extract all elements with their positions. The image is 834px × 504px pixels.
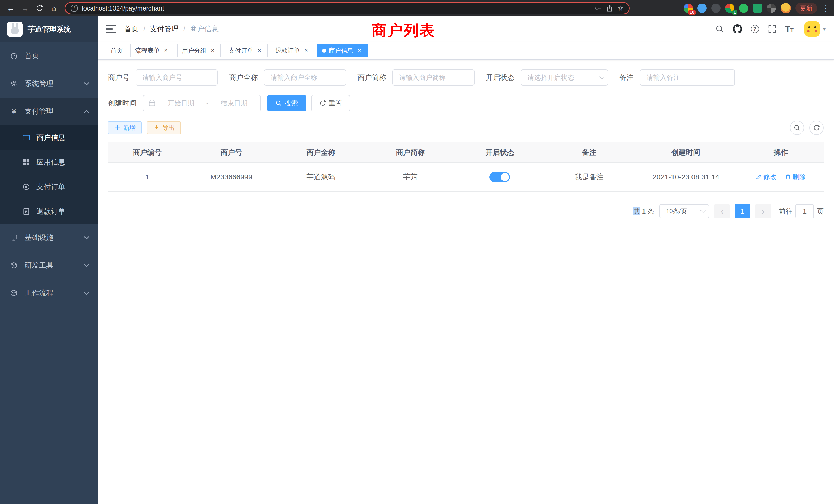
cell-create-time: 2021-10-23 08:31:14 <box>634 163 738 191</box>
share-icon[interactable] <box>606 5 613 12</box>
tab-merchant-info[interactable]: 商户信息 × <box>317 44 368 57</box>
tab-home[interactable]: 首页 <box>106 44 127 57</box>
next-page-button[interactable]: › <box>755 204 771 219</box>
export-button[interactable]: 导出 <box>147 121 181 135</box>
search-button[interactable]: 搜索 <box>267 95 306 111</box>
create-time-range-picker[interactable]: 开始日期 - 结束日期 <box>143 95 261 111</box>
delete-link[interactable]: 删除 <box>785 173 806 181</box>
site-info-icon[interactable]: i <box>71 5 78 12</box>
page-size-select[interactable] <box>659 204 709 219</box>
breadcrumb-separator: / <box>143 25 145 33</box>
extension-green-circle-icon[interactable] <box>739 4 748 13</box>
remark-label: 备注 <box>619 73 640 83</box>
sidebar-item-dev-tools[interactable]: 研发工具 <box>0 251 97 279</box>
document-icon <box>22 208 31 215</box>
download-icon <box>153 124 160 131</box>
chevron-up-icon <box>84 110 89 115</box>
pencil-icon <box>756 174 762 180</box>
full-name-input[interactable] <box>264 69 346 86</box>
col-status: 开启状态 <box>455 142 545 163</box>
tab-label: 退款订单 <box>275 46 300 55</box>
short-name-input[interactable] <box>392 69 475 86</box>
tab-pay-order[interactable]: 支付订单 × <box>224 44 267 57</box>
merchant-no-input[interactable] <box>136 69 218 86</box>
pagination-total: 共 1 条 <box>634 207 654 216</box>
extension-pinwheel-icon[interactable]: 10 <box>683 4 693 13</box>
app-logo[interactable]: 芋道管理系统 <box>0 17 97 42</box>
extension-color-icon[interactable]: 1 <box>725 4 734 13</box>
sidebar-item-system[interactable]: 系统管理 <box>0 70 97 97</box>
browser-extensions-area: 10 1 更新 ⋮ <box>683 3 830 14</box>
browser-home-icon[interactable]: ⌂ <box>47 2 61 15</box>
sidebar-item-workflow[interactable]: 工作流程 <box>0 279 97 307</box>
grid-icon <box>22 158 31 166</box>
user-menu[interactable]: ▾ <box>805 21 826 37</box>
browser-forward-icon[interactable]: → <box>19 2 32 15</box>
help-icon[interactable]: ? <box>751 25 759 33</box>
browser-back-icon[interactable]: ← <box>4 2 18 15</box>
sidebar-item-payment[interactable]: ¥ 支付管理 <box>0 97 97 125</box>
current-page-button[interactable]: 1 <box>735 204 750 219</box>
goto-label: 前往 <box>779 207 792 216</box>
status-toggle[interactable] <box>489 172 510 182</box>
breadcrumb-separator: / <box>183 25 185 33</box>
prev-page-button[interactable]: ‹ <box>714 204 730 219</box>
fullscreen-icon[interactable] <box>768 25 776 33</box>
refresh-table-button[interactable] <box>809 121 824 135</box>
sidebar-item-infrastructure[interactable]: 基础设施 <box>0 224 97 251</box>
close-icon[interactable]: × <box>356 47 363 54</box>
sidebar-item-merchant-info[interactable]: 商户信息 <box>0 125 97 150</box>
cell-merchant-no: M233666999 <box>187 163 276 191</box>
chevron-down-icon <box>84 262 89 267</box>
browser-profile-avatar[interactable] <box>781 3 791 13</box>
tab-refund-order[interactable]: 退款订单 × <box>271 44 314 57</box>
page-content: 商户号 商户全称 商户简称 开启状态 <box>97 60 834 504</box>
toggle-search-button[interactable] <box>790 121 804 135</box>
status-select[interactable] <box>521 69 608 86</box>
extension-dark-icon[interactable] <box>711 4 721 13</box>
avatar <box>805 21 820 37</box>
cell-full-name: 芋道源码 <box>276 163 366 191</box>
font-size-icon[interactable]: TT <box>785 24 794 34</box>
hamburger-icon[interactable] <box>106 25 116 33</box>
close-icon[interactable]: × <box>162 47 170 54</box>
sidebar-item-app-info[interactable]: 应用信息 <box>0 150 97 175</box>
sidebar-item-home[interactable]: 首页 <box>0 42 97 70</box>
breadcrumb-home[interactable]: 首页 <box>124 24 139 34</box>
extension-green-square-icon[interactable] <box>753 4 762 13</box>
close-icon[interactable]: × <box>256 47 263 54</box>
close-icon[interactable]: × <box>209 47 216 54</box>
browser-reload-icon[interactable] <box>33 2 46 15</box>
edit-link[interactable]: 修改 <box>756 173 777 181</box>
breadcrumb-payment[interactable]: 支付管理 <box>150 24 179 34</box>
goto-page-input[interactable] <box>795 204 814 219</box>
extension-pinwheel-dark-icon[interactable] <box>767 4 776 13</box>
tab-process-form[interactable]: 流程表单 × <box>130 44 174 57</box>
logo-image <box>7 22 23 37</box>
password-key-icon[interactable] <box>595 5 602 12</box>
close-icon[interactable]: × <box>303 47 310 54</box>
yen-icon: ¥ <box>9 107 19 116</box>
extension-drop-icon[interactable] <box>697 4 707 13</box>
sidebar-item-refund-order[interactable]: 退款订单 <box>0 199 97 224</box>
browser-menu-icon[interactable]: ⋮ <box>822 4 830 13</box>
remark-input[interactable] <box>640 69 735 86</box>
bookmark-star-icon[interactable]: ☆ <box>617 4 624 13</box>
search-icon[interactable] <box>716 25 724 33</box>
chevron-down-icon <box>84 234 89 239</box>
filter-row-1: 商户号 商户全称 商户简称 开启状态 <box>108 69 824 86</box>
reset-button[interactable]: 重置 <box>311 95 350 111</box>
sidebar-item-pay-order[interactable]: 支付订单 <box>0 175 97 199</box>
sidebar-item-label: 支付订单 <box>37 182 88 192</box>
table-header-row: 商户编号 商户号 商户全称 商户简称 开启状态 备注 创建时间 操作 <box>108 142 824 163</box>
chevron-down-icon <box>84 80 89 86</box>
tab-user-group[interactable]: 用户分组 × <box>177 44 221 57</box>
page-size-value[interactable] <box>659 204 709 219</box>
cell-merchant-id: 1 <box>108 163 187 191</box>
github-icon[interactable] <box>733 24 742 33</box>
address-bar[interactable]: i localhost:1024/pay/merchant ☆ <box>65 2 630 14</box>
browser-update-button[interactable]: 更新 <box>795 3 817 14</box>
refresh-icon <box>813 124 820 131</box>
add-button[interactable]: 新增 <box>108 121 142 135</box>
navbar-actions: ? TT ▾ <box>716 21 826 37</box>
